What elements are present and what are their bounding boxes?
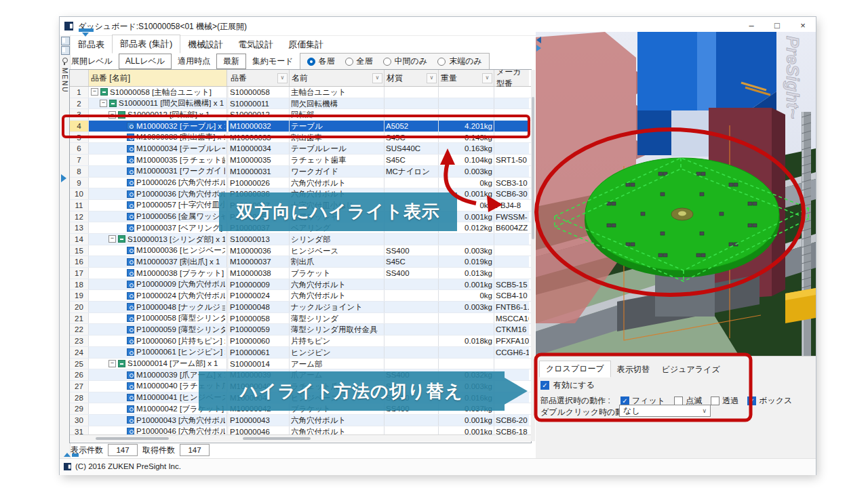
column-header-weight[interactable]: 重量∨ xyxy=(439,70,494,86)
collapse-icon[interactable]: − xyxy=(108,235,116,243)
table-row[interactable]: 24 −P10000061 [ヒンジピン] x 1 P10000061 ヒンジピ… xyxy=(70,347,531,359)
tree-cell[interactable]: −P10000060 [片持ちピン] x 1 xyxy=(89,336,227,346)
table-row[interactable]: 16 −M10000037 [割出爪] x 1 M10000037 割出爪 S4… xyxy=(70,256,531,268)
table-row[interactable]: 2 −S10000011 [間欠回転機構] x 1 S10000011 間欠回転… xyxy=(70,98,531,110)
table-row[interactable]: 8 −M10000031 [ワークガイド] x 32 M10000031 ワーク… xyxy=(70,166,531,178)
tree-cell[interactable]: −S10000058 [主軸台ユニット] xyxy=(89,87,227,98)
tree-cell[interactable]: −M10000036 [ヒンジベース] x 1 xyxy=(89,245,227,256)
table-row[interactable]: 17 −M10000038 [ブラケット] x 1 M10000038 ブラケッ… xyxy=(70,268,531,279)
aggregate-mode-radio[interactable]: 中間のみ xyxy=(383,56,428,67)
table-row[interactable]: 18 −P10000009 [六角穴付ボルト] x 4 P10000009 六角… xyxy=(70,279,531,291)
tree-cell[interactable]: −S10000012 [回転部] x 1 xyxy=(89,109,227,120)
tree-cell[interactable]: −P10000048 [ナックルジョイント] x 1 xyxy=(89,302,227,312)
3d-viewport[interactable]: PreSight~ xyxy=(536,32,816,356)
table-row[interactable]: 5 −M10000033 [割出歯車] x 1 M10000033 割出歯車 S… xyxy=(70,132,531,144)
tree-cell[interactable]: −P10000024 [六角穴付ボルト] x 8 xyxy=(89,290,227,301)
tab[interactable]: 電気設計 xyxy=(231,36,281,54)
action-option[interactable]: ボックス xyxy=(747,395,792,407)
table-row[interactable]: 22 −P10000059 [薄型シリンダ用取付 P10000059 薄型シリン… xyxy=(70,324,531,336)
scrollbar-thumb[interactable] xyxy=(96,437,169,440)
tree-cell[interactable]: −M10000037 [割出爪] x 1 xyxy=(89,256,227,267)
checkbox-icon[interactable] xyxy=(747,396,756,405)
panel-layout-icon[interactable] xyxy=(61,37,70,45)
dblclick-dropdown[interactable]: なし ∨ xyxy=(619,405,711,417)
tree-cell[interactable]: −P10000057 [十字穴付皿小ねじ] xyxy=(89,200,227,211)
tree-cell[interactable]: −P10000037 [ベアリング] x 2 xyxy=(89,222,227,233)
splitter-collapsed-bar[interactable] xyxy=(79,28,94,32)
table-row[interactable]: 4 −M10000032 [テーブル] x 1 M10000032 テーブル A… xyxy=(70,121,531,132)
expand-right-icon[interactable] xyxy=(536,45,541,52)
tree-cell[interactable]: −M10000032 [テーブル] x 1 xyxy=(89,121,227,131)
table-row[interactable]: 30 −P10000043 [六角穴付ボルト] x 4 P10000043 六角… xyxy=(70,415,531,426)
tree-cell[interactable]: −P10000009 [六角穴付ボルト] x 4 xyxy=(89,279,227,290)
tree-cell[interactable]: −S10000014 [アーム部] x 1 xyxy=(89,359,227,369)
table-row[interactable]: 1 −S10000058 [主軸台ユニット] S10000058 主軸台ユニット xyxy=(70,87,531,98)
enable-checkbox[interactable] xyxy=(540,381,549,390)
apply-time-button[interactable]: 最新 xyxy=(216,54,246,69)
tree-column-header[interactable]: 品番 [名前] xyxy=(89,70,227,86)
collapse-icon[interactable]: − xyxy=(91,88,98,96)
collapse-icon[interactable]: − xyxy=(108,360,116,367)
filter-icon[interactable]: ∨ xyxy=(277,73,288,83)
splitter-collapsed-bar[interactable] xyxy=(72,453,79,457)
table-row[interactable]: 31 −P10000046 [六角穴付ボルト] x 4 P10000046 六角… xyxy=(70,426,531,434)
expand-level-button[interactable]: ALLレベル xyxy=(119,54,172,69)
tree-cell[interactable]: −M10000033 [割出歯車] x 1 xyxy=(89,132,227,143)
tree-cell[interactable]: −P10000058 [薄型シリンダ] x 1 xyxy=(89,313,227,324)
crossprobe-tab[interactable]: ビジュアライズ xyxy=(656,362,726,378)
tree-cell[interactable]: −M10000031 [ワークガイド] x 32 xyxy=(89,166,227,177)
tree-cell[interactable]: −P10000056 [金属ワッシャ] x 1 xyxy=(89,211,227,222)
action-option[interactable]: 透過 xyxy=(711,395,738,407)
column-header-name[interactable]: 名前∨ xyxy=(290,70,384,86)
column-header-partno[interactable]: 品番∨ xyxy=(229,70,290,86)
menu-rail-label[interactable]: MENU xyxy=(61,68,68,93)
tree-cell[interactable]: −P10000026 [六角穴付ボルト] x 8 xyxy=(89,178,227,188)
tab[interactable]: 部品表 xyxy=(71,36,112,54)
filter-icon[interactable]: ∨ xyxy=(482,73,492,83)
expand-up-icon[interactable] xyxy=(64,453,71,457)
table-row[interactable]: 6 −M10000034 [テーブルレール] x 1 M10000034 テーブ… xyxy=(70,143,531,155)
tree-cell[interactable]: −P10000061 [ヒンジピン] x 1 xyxy=(89,347,227,358)
crossprobe-tab[interactable]: 表示切替 xyxy=(611,362,656,378)
tree-cell[interactable]: −P10000043 [六角穴付ボルト] x 4 xyxy=(89,415,227,426)
table-row[interactable]: 20 −P10000048 [ナックルジョイント] x 1 P10000048 … xyxy=(70,302,531,313)
crossprobe-tab[interactable]: クロスプローブ xyxy=(539,361,611,378)
table-row[interactable]: 14 −S10000013 [シリンダ部] x 1 S10000013 シリンダ… xyxy=(70,234,531,245)
table-row[interactable]: 25 −S10000014 [アーム部] x 1 S10000014 アーム部 xyxy=(70,359,531,370)
aggregate-mode-radio[interactable]: 全層 xyxy=(345,56,373,67)
scrollbar-thumb[interactable] xyxy=(532,97,534,239)
collapse-left-icon[interactable] xyxy=(536,37,541,43)
collapse-icon[interactable]: − xyxy=(100,100,107,107)
scrollbar-thumb[interactable] xyxy=(243,437,311,440)
table-row[interactable]: 7 −M10000035 [ラチェット歯車] x 1 M10000035 ラチェ… xyxy=(70,155,531,166)
filter-icon[interactable]: ∨ xyxy=(427,73,437,83)
tree-cell[interactable]: −P10000046 [六角穴付ボルト] x 4 xyxy=(89,426,227,434)
tree-cell[interactable]: −M10000034 [テーブルレール] x 1 xyxy=(89,143,227,154)
collapse-icon[interactable]: − xyxy=(108,111,116,119)
table-row[interactable]: 15 −M10000036 [ヒンジベース] x 1 M10000036 ヒンジ… xyxy=(70,245,531,257)
tree-cell[interactable]: −M10000035 [ラチェット歯車] x 1 xyxy=(89,155,227,165)
table-row[interactable]: 23 −P10000060 [片持ちピン] x 1 P10000060 片持ちピ… xyxy=(70,336,531,347)
panel-list-icon[interactable] xyxy=(61,46,70,55)
tab[interactable]: 原価集計 xyxy=(281,36,331,54)
tab[interactable]: 機械設計 xyxy=(180,36,231,54)
table-row[interactable]: 19 −P10000024 [六角穴付ボルト] x 8 P10000024 六角… xyxy=(70,290,531,302)
tree-cell[interactable]: −M10000038 [ブラケット] x 1 xyxy=(89,268,227,279)
tree-cell[interactable]: −P10000059 [薄型シリンダ用取付 xyxy=(89,324,227,335)
checkbox-icon[interactable] xyxy=(711,396,719,405)
tab[interactable]: 部品表 (集計) xyxy=(112,35,180,54)
aggregate-mode-radio[interactable]: 各層 xyxy=(307,56,335,67)
table-row[interactable]: 9 −P10000026 [六角穴付ボルト] x 8 P10000026 六角穴… xyxy=(70,178,531,189)
column-header-material[interactable]: 材質∨ xyxy=(384,70,439,86)
filter-icon[interactable]: ∨ xyxy=(372,73,382,83)
tree-cell[interactable]: −S10000013 [シリンダ部] x 1 xyxy=(89,234,227,245)
tree-cell[interactable]: −S10000011 [間欠回転機構] x 1 xyxy=(89,98,227,109)
vertical-scrollbar[interactable] xyxy=(531,70,535,441)
table-row[interactable]: 3 −S10000012 [回転部] x 1 S10000012 回転部 xyxy=(70,109,531,121)
column-header-maker[interactable]: メーカ型番 xyxy=(494,70,529,86)
table-row[interactable]: 21 −P10000058 [薄型シリンダ] x 1 P10000058 薄型シ… xyxy=(70,313,531,325)
tree-cell[interactable]: −P10000036 [六角穴付ボルト] x 4 xyxy=(89,188,227,199)
expand-right-icon[interactable] xyxy=(61,174,66,182)
horizontal-scrollbar[interactable] xyxy=(70,434,531,442)
aggregate-mode-radio[interactable]: 末端のみ xyxy=(437,56,482,67)
